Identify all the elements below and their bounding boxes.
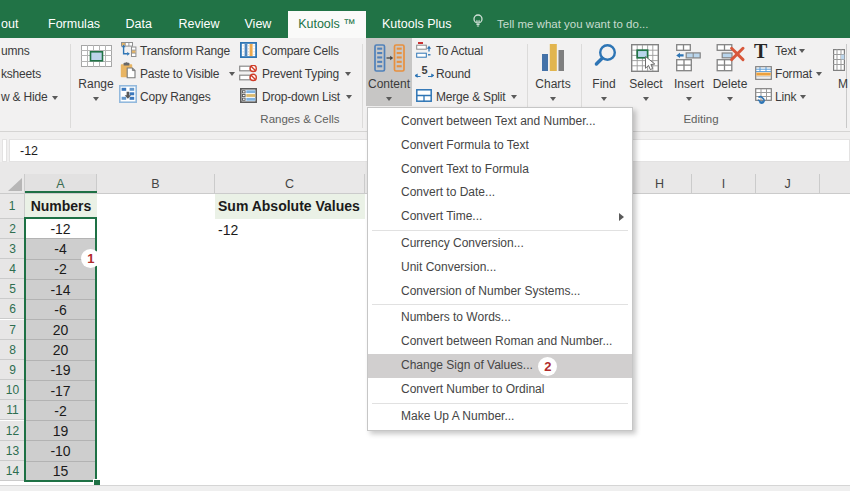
svg-text:5: 5	[421, 65, 427, 76]
